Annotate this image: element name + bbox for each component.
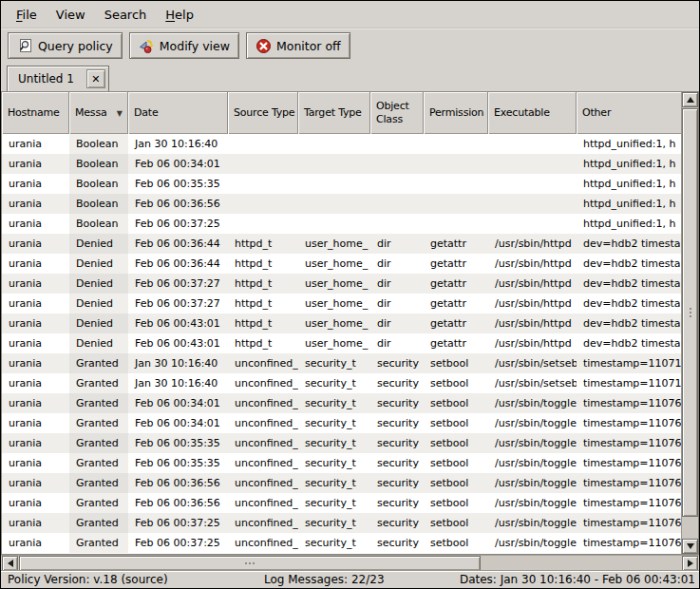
table-row[interactable]: uraniaGrantedJan 30 10:16:40unconfined_s… <box>2 373 681 393</box>
monitor-off-button[interactable]: Monitor off <box>246 32 350 59</box>
horizontal-scrollbar[interactable] <box>1 555 699 571</box>
table-row[interactable]: uraniaBooleanFeb 06 00:37:25httpd_unifie… <box>2 214 681 234</box>
cell-target-type: security_t <box>298 393 370 413</box>
cell-date: Jan 30 10:16:40 <box>128 134 228 154</box>
cell-date: Feb 06 00:43:01 <box>128 333 228 353</box>
scroll-right-button[interactable] <box>682 556 698 571</box>
table-row[interactable]: uraniaGrantedFeb 06 00:36:56unconfined_s… <box>2 473 681 493</box>
cell-date: Feb 06 00:35:35 <box>128 453 228 473</box>
cell-executable: /usr/sbin/setseb <box>488 373 577 393</box>
cell-other: dev=hdb2 timesta <box>577 234 681 254</box>
table-row[interactable]: uraniaGrantedFeb 06 00:37:25unconfined_s… <box>2 533 681 553</box>
cell-hostname: urania <box>2 333 69 353</box>
table-row[interactable]: uraniaGrantedFeb 06 00:34:01unconfined_s… <box>2 393 681 413</box>
scroll-down-button[interactable] <box>682 539 698 554</box>
cell-messa: Granted <box>69 453 128 473</box>
cell-source-type <box>228 154 298 174</box>
menu-item-view[interactable]: View <box>47 5 95 25</box>
query-policy-button[interactable]: Query policy <box>8 32 123 59</box>
column-header-target-type[interactable]: Target Type <box>298 92 370 134</box>
menu-item-search[interactable]: Search <box>95 5 157 25</box>
cell-executable <box>488 134 577 154</box>
vertical-scrollbar[interactable] <box>681 92 698 554</box>
cell-hostname: urania <box>2 533 69 553</box>
cell-other: timestamp=11076 <box>577 453 681 473</box>
table-row[interactable]: uraniaBooleanFeb 06 00:36:56httpd_unifie… <box>2 194 681 214</box>
cell-messa: Granted <box>69 433 128 453</box>
table-row[interactable]: uraniaDeniedFeb 06 00:43:01httpd_tuser_h… <box>2 314 681 333</box>
column-header-other[interactable]: Other <box>577 92 681 134</box>
cell-other: httpd_unified:1, h <box>577 154 681 174</box>
cell-other: httpd_unified:1, h <box>577 214 681 234</box>
cell-messa: Granted <box>69 413 128 433</box>
column-header-permission[interactable]: Permission <box>424 92 488 134</box>
table-row[interactable]: uraniaGrantedFeb 06 00:34:01unconfined_s… <box>2 413 681 433</box>
cell-date: Feb 06 00:36:56 <box>128 194 228 214</box>
table-row[interactable]: uraniaDeniedFeb 06 00:43:01httpd_tuser_h… <box>2 333 681 353</box>
horizontal-scrollbar-thumb[interactable] <box>19 556 481 571</box>
column-header-label: Executable <box>494 106 550 120</box>
column-header-date[interactable]: Date <box>128 92 228 134</box>
cell-permission: getattr <box>424 294 488 314</box>
cell-hostname: urania <box>2 493 69 513</box>
cell-date: Feb 06 00:34:01 <box>128 393 228 413</box>
column-header-source-type[interactable]: Source Type <box>228 92 298 134</box>
cell-executable <box>488 174 577 194</box>
table-row[interactable]: uraniaGrantedFeb 06 00:36:56unconfined_s… <box>2 493 681 513</box>
cell-source-type: unconfined_ <box>228 413 298 433</box>
tab-close-button[interactable]: ✕ <box>86 69 105 88</box>
cell-messa: Boolean <box>69 174 128 194</box>
table-row[interactable]: uraniaGrantedJan 30 10:16:40unconfined_s… <box>2 353 681 373</box>
cell-executable: /usr/sbin/toggle <box>488 493 577 513</box>
table-row[interactable]: uraniaGrantedFeb 06 00:37:25unconfined_s… <box>2 513 681 533</box>
toolbar: Query policy Modify view Mo <box>1 28 699 63</box>
modify-view-button[interactable]: Modify view <box>129 32 239 59</box>
cell-date: Feb 06 00:43:01 <box>128 314 228 333</box>
table-row[interactable]: uraniaGrantedFeb 06 00:35:35unconfined_s… <box>2 433 681 453</box>
cell-date: Feb 06 00:37:25 <box>128 513 228 533</box>
cell-other: dev=hdb2 timesta <box>577 314 681 333</box>
cell-permission: setbool <box>424 533 488 553</box>
table-row[interactable]: uraniaDeniedFeb 06 00:36:44httpd_tuser_h… <box>2 254 681 274</box>
cell-object-class <box>370 194 424 214</box>
menu-item-file[interactable]: File <box>7 5 47 25</box>
cell-other: timestamp=11076 <box>577 433 681 453</box>
triangle-left-icon <box>8 560 13 567</box>
cell-source-type: unconfined_ <box>228 393 298 413</box>
cell-hostname: urania <box>2 353 69 373</box>
column-header-label: Date <box>134 106 159 120</box>
cell-source-type: httpd_t <box>228 274 298 294</box>
scroll-left-button[interactable] <box>2 556 18 571</box>
cell-hostname: urania <box>2 373 69 393</box>
column-header-object-class[interactable]: Object Class <box>370 92 424 134</box>
tab-untitled-1[interactable]: Untitled 1 ✕ <box>7 66 109 91</box>
cell-other: timestamp=11076 <box>577 533 681 553</box>
column-header-executable[interactable]: Executable <box>488 92 577 134</box>
scroll-up-button[interactable] <box>682 92 698 107</box>
cell-target-type: user_home_ <box>298 294 370 314</box>
vertical-scrollbar-thumb[interactable] <box>682 108 698 517</box>
column-header-label: Hostname <box>8 106 60 120</box>
table-row[interactable]: uraniaBooleanJan 30 10:16:40httpd_unifie… <box>2 134 681 154</box>
cell-hostname: urania <box>2 473 69 493</box>
table-row[interactable]: uraniaDeniedFeb 06 00:37:27httpd_tuser_h… <box>2 294 681 314</box>
cell-target-type <box>298 214 370 234</box>
table-row[interactable]: uraniaDeniedFeb 06 00:37:27httpd_tuser_h… <box>2 274 681 294</box>
column-header-hostname[interactable]: Hostname <box>2 92 69 134</box>
cell-executable <box>488 194 577 214</box>
table-row[interactable]: uraniaGrantedFeb 06 00:35:35unconfined_s… <box>2 453 681 473</box>
cell-target-type <box>298 174 370 194</box>
cell-hostname: urania <box>2 294 69 314</box>
cell-permission: getattr <box>424 254 488 274</box>
column-header-label: Target Type <box>304 106 362 120</box>
menu-item-help[interactable]: Help <box>156 5 203 25</box>
table-row[interactable]: uraniaDeniedFeb 06 00:36:44httpd_tuser_h… <box>2 234 681 254</box>
table-row[interactable]: uraniaBooleanFeb 06 00:35:35httpd_unifie… <box>2 174 681 194</box>
cell-messa: Denied <box>69 294 128 314</box>
table-row[interactable]: uraniaBooleanFeb 06 00:34:01httpd_unifie… <box>2 154 681 174</box>
cell-permission <box>424 134 488 154</box>
column-header-messa[interactable]: Messa▼ <box>69 92 128 134</box>
cell-hostname: urania <box>2 314 69 333</box>
column-header-label: Permission <box>429 106 483 120</box>
cell-permission: getattr <box>424 234 488 254</box>
